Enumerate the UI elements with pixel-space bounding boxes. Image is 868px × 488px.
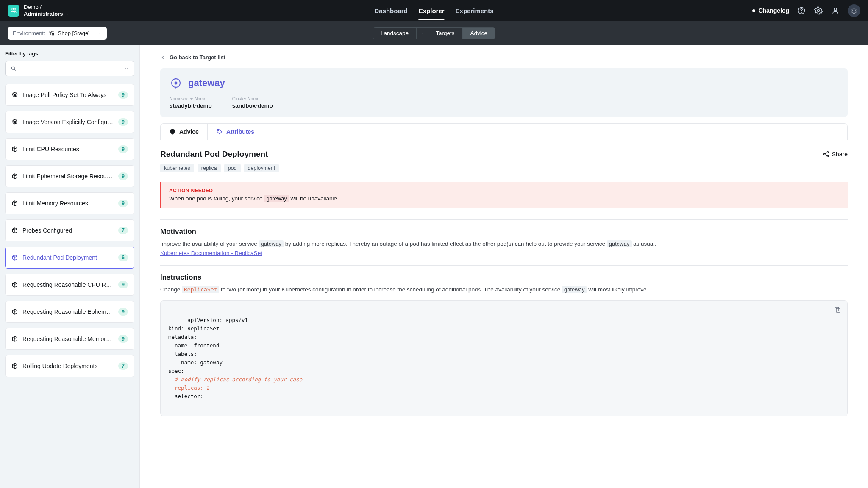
- svg-rect-7: [52, 33, 54, 35]
- alert-body: When one pod is failing, your service ga…: [169, 195, 840, 202]
- count-badge: 9: [118, 335, 128, 343]
- svg-point-0: [12, 8, 14, 10]
- advice-label: Limit Ephemeral Storage Resources: [22, 173, 114, 180]
- svg-point-8: [11, 67, 14, 69]
- tag: pod: [224, 164, 241, 172]
- code-block: apiVersion: apps/v1 kind: ReplicaSet met…: [160, 300, 848, 416]
- filter-label: Filter by tags:: [5, 51, 134, 57]
- advice-item[interactable]: Image Version Explicitly Configured9: [5, 111, 134, 133]
- tag-icon: [216, 128, 223, 135]
- advice-item[interactable]: Redundant Pod Deployment6: [5, 247, 134, 269]
- brand[interactable]: Demo / Administrators: [8, 4, 70, 18]
- shield-icon: [169, 128, 176, 135]
- scope-icon: [49, 30, 55, 36]
- copy-button[interactable]: [834, 306, 841, 316]
- svg-point-12: [175, 82, 177, 84]
- chevron-down-icon: [97, 31, 102, 35]
- cluster-label: Cluster Name: [232, 96, 273, 101]
- ns-value: steadybit-demo: [170, 103, 212, 109]
- advice-label: Requesting Reasonable Memory Reso...: [22, 336, 114, 342]
- tags: kubernetesreplicapoddeployment: [160, 164, 848, 172]
- svg-point-10: [14, 121, 16, 123]
- logo-icon: [8, 5, 19, 17]
- avatar-icon[interactable]: [848, 4, 860, 17]
- topbar: Demo / Administrators Dashboard Explorer…: [0, 0, 868, 21]
- nav-experiments[interactable]: Experiments: [456, 1, 494, 20]
- advice-label: Limit Memory Resources: [22, 200, 114, 207]
- target-name: gateway: [188, 78, 225, 89]
- seg-landscape-dropdown[interactable]: [417, 28, 428, 39]
- tab-attributes[interactable]: Attributes: [208, 124, 263, 140]
- advice-item[interactable]: Requesting Reasonable Memory Reso...9: [5, 328, 134, 350]
- nav-explorer[interactable]: Explorer: [419, 1, 445, 20]
- advice-label: Redundant Pod Deployment: [22, 254, 114, 261]
- chevron-down-icon: [65, 12, 70, 16]
- doc-link[interactable]: Kubernetes Documentation - ReplicaSet: [160, 250, 262, 256]
- advice-item[interactable]: Limit Memory Resources9: [5, 192, 134, 214]
- svg-point-13: [218, 130, 219, 131]
- cube-icon: [11, 173, 18, 180]
- advice-item[interactable]: Requesting Reasonable CPU Resources9: [5, 274, 134, 296]
- tab-advice[interactable]: Advice: [161, 124, 208, 140]
- advice-label: Rolling Update Deployments: [22, 363, 114, 369]
- instructions-header: Instructions: [160, 273, 848, 282]
- count-badge: 7: [118, 227, 128, 234]
- share-icon: [823, 151, 829, 158]
- count-badge: 6: [118, 254, 128, 261]
- target-icon: [170, 77, 182, 89]
- divider: [160, 219, 848, 220]
- advice-item[interactable]: Limit Ephemeral Storage Resources9: [5, 165, 134, 187]
- brand-top: Demo /: [24, 4, 70, 11]
- chevron-down-icon: [124, 66, 129, 71]
- count-badge: 9: [118, 200, 128, 207]
- advice-label: Image Pull Policy Set To Always: [22, 92, 114, 98]
- cube-icon: [11, 146, 18, 152]
- top-nav: Dashboard Explorer Experiments: [374, 1, 493, 20]
- tag: kubernetes: [160, 164, 194, 172]
- ns-label: Namespace Name: [170, 96, 212, 101]
- seg-landscape[interactable]: Landscape: [373, 28, 417, 39]
- sidebar: Filter by tags: Image Pull Policy Set To…: [0, 45, 140, 488]
- advice-item[interactable]: Requesting Reasonable Ephemeral Stor...9: [5, 301, 134, 323]
- motivation-text: Improve the availability of your service…: [160, 239, 848, 258]
- count-badge: 9: [118, 91, 128, 99]
- user-icon[interactable]: [831, 6, 840, 15]
- advice-label: Requesting Reasonable Ephemeral Stor...: [22, 308, 114, 315]
- svg-point-9: [14, 94, 16, 96]
- advice-item[interactable]: Probes Configured7: [5, 219, 134, 241]
- svg-point-1: [14, 8, 16, 10]
- tag: deployment: [244, 164, 279, 172]
- svg-point-4: [818, 10, 820, 12]
- dot-icon: [752, 9, 755, 12]
- count-badge: 7: [118, 362, 128, 370]
- share-button[interactable]: Share: [823, 151, 848, 158]
- filter-tags-input[interactable]: [5, 61, 134, 76]
- advice-item[interactable]: Image Pull Policy Set To Always9: [5, 84, 134, 106]
- count-badge: 9: [118, 281, 128, 288]
- cube-icon: [11, 200, 18, 207]
- cube-icon: [11, 308, 18, 315]
- action-needed-alert: ACTION NEEDED When one pod is failing, y…: [160, 182, 848, 208]
- advice-item[interactable]: Rolling Update Deployments7: [5, 355, 134, 377]
- nav-dashboard[interactable]: Dashboard: [374, 1, 407, 20]
- environment-selector[interactable]: Environment: Shop [Stage]: [8, 27, 107, 40]
- content: Go back to Target list gateway Namespace…: [140, 45, 868, 488]
- seg-targets[interactable]: Targets: [428, 28, 462, 39]
- advice-item[interactable]: Limit CPU Resources9: [5, 138, 134, 160]
- svg-rect-6: [50, 31, 51, 33]
- back-link[interactable]: Go back to Target list: [160, 54, 848, 61]
- svg-point-3: [801, 12, 802, 13]
- seg-advice[interactable]: Advice: [462, 28, 495, 39]
- view-segments: Landscape Targets Advice: [373, 27, 495, 39]
- count-badge: 9: [118, 145, 128, 153]
- settings-icon[interactable]: [814, 6, 823, 15]
- advice-label: Probes Configured: [22, 227, 114, 234]
- advice-title: Redundant Pod Deployment: [160, 150, 268, 159]
- help-icon[interactable]: [797, 6, 806, 15]
- cluster-value: sandbox-demo: [232, 103, 273, 109]
- advice-label: Limit CPU Resources: [22, 146, 114, 152]
- alert-title: ACTION NEEDED: [169, 188, 840, 194]
- circle-icon: [11, 92, 18, 98]
- advice-label: Image Version Explicitly Configured: [22, 119, 114, 125]
- changelog-link[interactable]: Changelog: [752, 7, 789, 14]
